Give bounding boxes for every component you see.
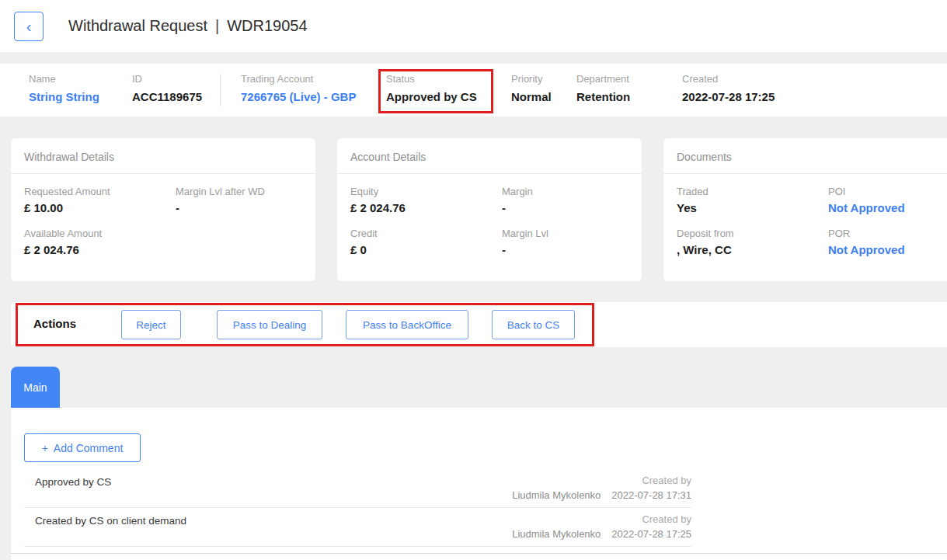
account-id-value: ACC1189675 <box>132 90 202 103</box>
info-label: Created <box>682 73 775 85</box>
info-field-priority: Priority Normal <box>511 73 552 103</box>
field-por: POR Not Approved <box>828 228 947 256</box>
trading-account-link[interactable]: 7266765 (Live) - GBP <box>241 90 356 103</box>
created-value: 2022-07-28 17:25 <box>682 90 775 103</box>
info-label: Name <box>29 73 99 85</box>
card-account-details: Account Details Equity £ 2 024.76 Margin… <box>337 138 642 281</box>
comment-text: Created by CS on client demand <box>35 512 186 527</box>
info-label: Department <box>576 73 630 85</box>
field-available-amount: Available Amount £ 2 024.76 <box>24 228 176 256</box>
field-value: - <box>502 243 628 256</box>
tab-main[interactable]: Main <box>11 367 60 408</box>
actions-bar: Actions Reject Pass to Dealing Pass to B… <box>11 302 947 347</box>
field-value: - <box>502 201 628 214</box>
back-button[interactable]: ‹ <box>14 12 44 41</box>
field-value: £ 0 <box>350 243 502 256</box>
field-deposit-from: Deposit from , Wire, CC <box>677 228 828 256</box>
summary-info-bar: Name String String ID ACC1189675 Trading… <box>0 64 947 117</box>
pass-to-dealing-button[interactable]: Pass to Dealing <box>217 310 322 339</box>
field-value: Yes <box>677 201 828 214</box>
comment-meta: Created by Liudmila Mykolenko2022-07-28 … <box>512 473 691 503</box>
status-value: Approved by CS <box>386 90 477 103</box>
comment-author: Liudmila Mykolenko <box>512 528 601 540</box>
field-label: Margin Lvl after WD <box>176 186 302 197</box>
field-margin-lvl: Margin Lvl - <box>502 228 628 256</box>
info-field-status: Status Approved by CS <box>386 73 477 103</box>
comment-row: Approved by CS Created by Liudmila Mykol… <box>24 469 691 508</box>
field-requested-amount: Requested Amount £ 10.00 <box>24 186 176 214</box>
field-poi: POI Not Approved <box>828 186 947 214</box>
priority-value: Normal <box>511 90 552 103</box>
comment-author: Liudmila Mykolenko <box>512 489 601 501</box>
info-field-created: Created 2022-07-28 17:25 <box>682 73 775 103</box>
info-field-id: ID ACC1189675 <box>132 73 202 103</box>
pass-to-backoffice-button[interactable]: Pass to BackOffice <box>346 310 468 339</box>
field-label: Equity <box>350 186 502 197</box>
info-label: Trading Account <box>241 73 356 85</box>
info-field-name: Name String String <box>29 73 99 103</box>
request-id: WDR19054 <box>227 17 307 35</box>
info-field-department: Department Retention <box>576 73 630 103</box>
field-label: POI <box>828 186 947 197</box>
reject-button[interactable]: Reject <box>121 310 181 339</box>
field-label: Available Amount <box>24 228 176 239</box>
poi-status-link[interactable]: Not Approved <box>828 201 947 214</box>
comment-meta: Created by Liudmila Mykolenko2022-07-28 … <box>512 512 691 541</box>
comment-meta-line: Liudmila Mykolenko2022-07-28 17:31 <box>512 488 691 503</box>
field-value: £ 10.00 <box>24 201 176 214</box>
field-traded: Traded Yes <box>677 186 828 214</box>
main-panel: +Add Comment Approved by CS Created by L… <box>11 408 947 560</box>
add-comment-button[interactable]: +Add Comment <box>24 433 141 462</box>
info-label: Priority <box>511 73 552 85</box>
plus-icon: + <box>42 442 48 454</box>
page-header: ‹ Withdrawal Request | WDR19054 <box>0 0 947 52</box>
comment-meta-line: Liudmila Mykolenko2022-07-28 17:25 <box>512 527 691 541</box>
field-label: Deposit from <box>677 228 828 239</box>
field-label: Margin Lvl <box>502 228 628 239</box>
comment-list: Approved by CS Created by Liudmila Mykol… <box>24 469 691 547</box>
field-value: £ 2 024.76 <box>24 243 176 256</box>
back-to-cs-button[interactable]: Back to CS <box>492 310 575 339</box>
field-label: Margin <box>502 186 628 197</box>
comment-row: Created by CS on client demand Created b… <box>24 508 691 547</box>
client-name-link[interactable]: String String <box>29 90 99 103</box>
field-label: Requested Amount <box>24 186 176 197</box>
page-title-text: Withdrawal Request <box>68 17 207 35</box>
field-value: , Wire, CC <box>677 243 828 256</box>
info-label: Status <box>386 73 477 85</box>
field-label: Credit <box>350 228 502 239</box>
vertical-divider <box>220 74 221 106</box>
field-label: Traded <box>677 186 828 197</box>
card-title: Account Details <box>337 138 642 174</box>
chevron-left-icon: ‹ <box>26 18 32 35</box>
info-field-trading-account: Trading Account 7266765 (Live) - GBP <box>241 73 356 103</box>
comment-meta-label: Created by <box>512 473 691 488</box>
actions-label: Actions <box>33 317 76 330</box>
panel-bottom-divider <box>11 553 947 554</box>
comment-datetime: 2022-07-28 17:31 <box>611 489 691 501</box>
field-equity: Equity £ 2 024.76 <box>350 186 502 214</box>
field-label: POR <box>828 228 947 239</box>
card-documents: Documents Traded Yes POI Not Approved De… <box>663 138 947 281</box>
info-label: ID <box>132 73 202 85</box>
title-separator: | <box>215 17 219 35</box>
card-title: Withdrawal Details <box>11 138 315 174</box>
page-title: Withdrawal Request | WDR19054 <box>68 0 308 52</box>
field-margin: Margin - <box>502 186 628 214</box>
tab-main-label: Main <box>23 381 47 394</box>
field-credit: Credit £ 0 <box>350 228 502 256</box>
comment-meta-label: Created by <box>512 512 691 527</box>
field-value: £ 2 024.76 <box>350 201 502 214</box>
card-withdrawal-details: Withdrawal Details Requested Amount £ 10… <box>11 138 315 281</box>
field-margin-lvl-after-wd: Margin Lvl after WD - <box>176 186 302 214</box>
add-comment-label: Add Comment <box>54 442 123 454</box>
por-status-link[interactable]: Not Approved <box>828 243 947 256</box>
department-value: Retention <box>576 90 630 103</box>
comment-datetime: 2022-07-28 17:25 <box>611 528 691 540</box>
comment-text: Approved by CS <box>35 473 111 488</box>
field-value: - <box>176 201 302 214</box>
card-title: Documents <box>663 138 947 174</box>
